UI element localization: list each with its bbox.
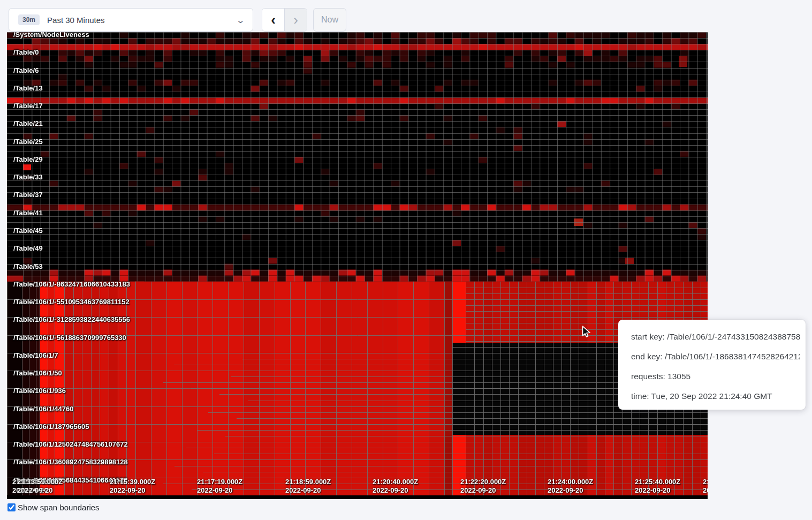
tooltip-line: time: Tue, 20 Sep 2022 21:24:40 GMT (631, 386, 800, 406)
show-span-boundaries[interactable]: Show span boundaries (7, 503, 100, 512)
key-visualizer: /System/NodeLiveness/Table/0/Table/6/Tab… (7, 32, 708, 499)
time-window-label: Past 30 Minutes (47, 16, 105, 25)
tooltip-line: requests: 13055 (631, 366, 800, 386)
tooltip-line: end key: /Table/106/1/-18683814745282642… (631, 346, 800, 366)
pan-back-button[interactable]: ‹ (262, 9, 285, 31)
key-visualizer-heatmap[interactable] (7, 32, 708, 495)
time-window-dropdown[interactable]: 30m Past 30 Minutes ⌄ (9, 8, 253, 32)
hover-tooltip: start key: /Table/106/1/-247433150824388… (618, 320, 806, 410)
tooltip-line: start key: /Table/106/1/-247433150824388… (631, 327, 800, 346)
show-span-boundaries-checkbox[interactable] (7, 503, 16, 511)
chevron-down-icon: ⌄ (236, 16, 246, 24)
heatmap-bottom-bar (7, 495, 708, 499)
now-button[interactable]: Now (313, 8, 346, 32)
time-pan-button-group: ‹ › (262, 8, 307, 32)
pan-forward-button[interactable]: › (285, 9, 307, 31)
show-span-boundaries-label: Show span boundaries (18, 503, 100, 512)
time-window-badge: 30m (18, 14, 40, 25)
